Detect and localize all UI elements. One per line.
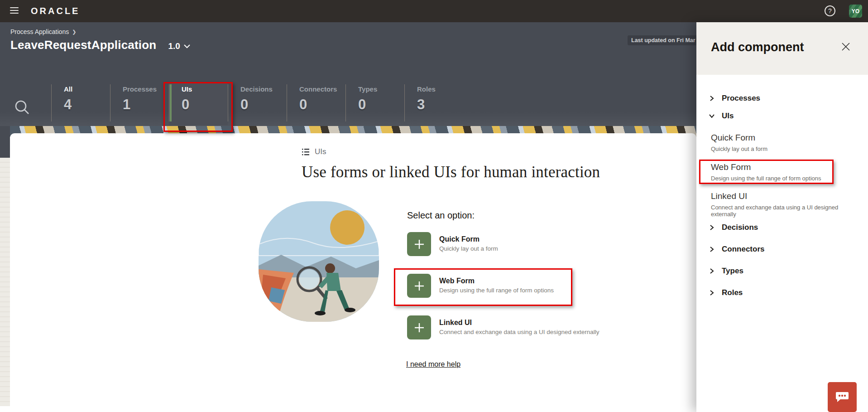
chevron-down-icon bbox=[709, 113, 715, 119]
option-description: Connect and exchange data using a UI des… bbox=[439, 329, 599, 335]
panel-category-processes[interactable]: Processes bbox=[696, 94, 868, 109]
breadcrumb-chevron-icon: ❯ bbox=[72, 29, 76, 35]
svg-text:?: ? bbox=[828, 7, 832, 15]
add-linked-ui-button[interactable] bbox=[407, 315, 431, 339]
plus-icon bbox=[413, 238, 425, 250]
panel-category-uis[interactable]: UIs bbox=[696, 111, 868, 127]
tab-all[interactable]: All4 bbox=[51, 82, 110, 125]
tab-connectors[interactable]: Connectors0 bbox=[287, 82, 345, 125]
panel-item-quick-form[interactable]: Quick Form Quickly lay out a form bbox=[711, 133, 860, 152]
feedback-chat-button[interactable] bbox=[828, 382, 857, 412]
help-icon[interactable]: ? bbox=[824, 5, 836, 17]
tab-uis[interactable]: UIs0 bbox=[169, 82, 228, 125]
active-tab-accent bbox=[170, 84, 172, 121]
search-icon[interactable] bbox=[14, 99, 31, 116]
oracle-logo: ORACLE bbox=[31, 6, 80, 16]
panel-category-connectors[interactable]: Connectors bbox=[696, 245, 868, 260]
breadcrumb-link[interactable]: Process Applications bbox=[10, 28, 69, 35]
panel-category-decisions[interactable]: Decisions bbox=[696, 223, 868, 238]
page-background-strip bbox=[0, 126, 10, 158]
panel-item-web-form[interactable]: Web Form Design using the full range of … bbox=[711, 162, 860, 182]
select-option-prompt: Select an option: bbox=[407, 210, 475, 221]
explorer-illustration bbox=[259, 201, 379, 322]
panel-item-linked-ui[interactable]: Linked UI Connect and exchange data usin… bbox=[711, 191, 860, 218]
help-link[interactable]: I need more help bbox=[406, 360, 460, 368]
tab-processes[interactable]: Processes1 bbox=[110, 82, 169, 125]
chat-bubble-icon bbox=[835, 391, 849, 403]
page-title: LeaveRequestApplication bbox=[10, 38, 156, 52]
hamburger-menu-icon[interactable] bbox=[10, 7, 19, 15]
option-title: Linked UI bbox=[439, 319, 599, 327]
option-title: Quick Form bbox=[439, 235, 498, 243]
tab-roles[interactable]: Roles3 bbox=[404, 82, 463, 125]
chevron-right-icon bbox=[709, 224, 715, 231]
chevron-right-icon bbox=[709, 95, 715, 102]
breadcrumb[interactable]: Process Applications ❯ bbox=[10, 28, 76, 35]
panel-header: Add component bbox=[696, 22, 868, 75]
option-description: Design using the full range of form opti… bbox=[439, 287, 554, 294]
top-navigation-bar: ORACLE ? YO bbox=[0, 0, 868, 22]
add-component-panel: Add component Processes UIs Quick Form Q… bbox=[696, 22, 868, 412]
user-avatar[interactable]: YO bbox=[849, 5, 862, 18]
uis-form-icon bbox=[302, 148, 310, 156]
version-dropdown[interactable]: 1.0 bbox=[168, 41, 190, 51]
plus-icon bbox=[413, 280, 425, 292]
application-title-row: LeaveRequestApplication 1.0 bbox=[10, 38, 190, 52]
chevron-right-icon bbox=[709, 268, 715, 274]
main-heading: Use forms or linked UIs for human intera… bbox=[302, 163, 600, 181]
quick-form-option[interactable]: Quick Form Quickly lay out a form bbox=[407, 232, 570, 256]
section-label: UIs bbox=[302, 147, 326, 156]
tab-decisions[interactable]: Decisions0 bbox=[228, 82, 287, 125]
panel-category-types[interactable]: Types bbox=[696, 267, 868, 282]
chevron-right-icon bbox=[709, 290, 715, 296]
add-web-form-button[interactable] bbox=[407, 274, 431, 298]
option-title: Web Form bbox=[439, 277, 554, 285]
plus-icon bbox=[413, 322, 425, 334]
close-icon[interactable] bbox=[840, 41, 851, 52]
tab-types[interactable]: Types0 bbox=[345, 82, 404, 125]
option-description: Quickly lay out a form bbox=[439, 245, 498, 252]
version-label: 1.0 bbox=[168, 41, 180, 51]
add-quick-form-button[interactable] bbox=[407, 232, 431, 256]
chevron-down-icon bbox=[184, 44, 190, 48]
page-background-texture bbox=[0, 158, 10, 406]
panel-category-roles[interactable]: Roles bbox=[696, 288, 868, 304]
last-updated-badge: Last updated on Fri Mar 08 20 bbox=[628, 35, 696, 45]
web-form-option[interactable]: Web Form Design using the full range of … bbox=[407, 274, 570, 298]
linked-ui-option[interactable]: Linked UI Connect and exchange data usin… bbox=[407, 315, 570, 339]
chevron-right-icon bbox=[709, 246, 715, 252]
panel-title: Add component bbox=[711, 40, 804, 54]
